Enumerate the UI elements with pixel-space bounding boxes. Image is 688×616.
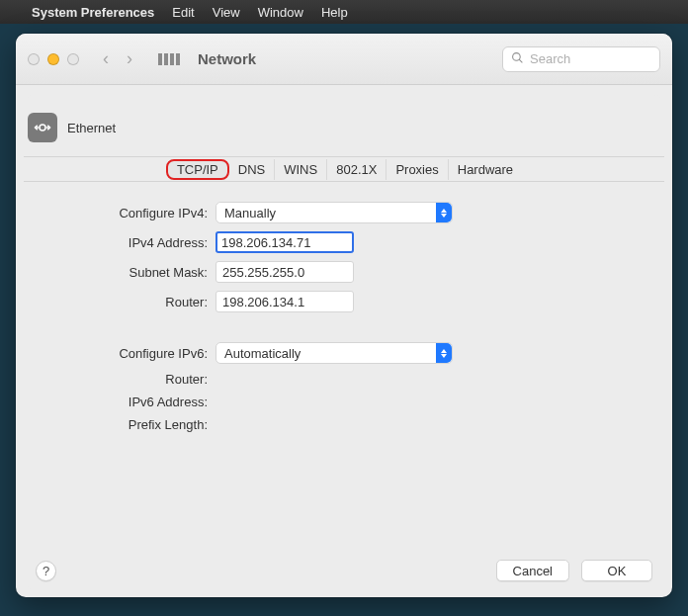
configure-ipv4-select[interactable]: Manually [215,202,453,223]
configure-ipv4-value: Manually [224,206,276,220]
traffic-lights [28,53,85,65]
configure-ipv4-label: Configure IPv4: [59,206,208,220]
menu-edit[interactable]: Edit [172,5,194,20]
sheet-title: Ethernet [67,121,116,135]
router-ipv4-field[interactable] [215,291,354,312]
tab-bar: TCP/IP DNS WINS 802.1X Proxies Hardware [24,156,664,182]
search-input[interactable] [530,51,651,66]
window-title: Network [198,50,256,67]
svg-point-2 [40,125,45,131]
menubar: System Preferences Edit View Window Help [0,0,688,24]
configure-ipv6-select[interactable]: Automatically [215,342,453,364]
search-field[interactable] [502,46,660,72]
help-button[interactable]: ? [36,561,56,581]
svg-point-0 [513,52,521,60]
tcpip-panel: Configure IPv4: Manually IPv4 Address: S… [24,196,664,446]
app-menu[interactable]: System Preferences [32,5,154,20]
ipv4-address-field[interactable] [215,231,354,253]
tab-wins[interactable]: WINS [275,159,327,180]
menu-window[interactable]: Window [258,5,303,20]
menu-view[interactable]: View [213,5,240,20]
menu-help[interactable]: Help [321,5,348,20]
svg-line-1 [519,59,522,62]
ipv6-address-label: IPv6 Address: [59,395,208,409]
preferences-window: ‹ › Network Ethernet TCP/IP DNS [16,34,672,597]
tab-proxies[interactable]: Proxies [387,159,448,180]
cancel-button[interactable]: Cancel [496,560,569,581]
nav-buttons: ‹ › [95,48,140,69]
close-window-button[interactable] [28,53,40,65]
router-ipv6-label: Router: [59,372,208,387]
ipv4-address-label: IPv4 Address: [59,235,208,250]
forward-button[interactable]: › [127,48,132,69]
prefix-length-label: Prefix Length: [59,417,208,432]
back-button[interactable]: ‹ [103,48,109,69]
tab-hardware[interactable]: Hardware [449,159,522,180]
ethernet-icon [28,113,57,142]
configure-ipv6-label: Configure IPv6: [59,346,208,361]
minimize-window-button[interactable] [47,53,59,65]
tab-tcpip[interactable]: TCP/IP [166,159,229,180]
window-toolbar: ‹ › Network [16,34,672,85]
chevron-updown-icon [436,203,452,222]
tab-dns[interactable]: DNS [229,159,275,180]
zoom-window-button[interactable] [67,53,79,65]
show-all-icon[interactable] [150,53,188,65]
tab-8021x[interactable]: 802.1X [327,159,387,180]
ok-button[interactable]: OK [581,560,652,581]
search-icon [511,51,524,67]
ethernet-sheet: Ethernet TCP/IP DNS WINS 802.1X Proxies … [24,95,664,589]
subnet-mask-field[interactable] [215,261,354,283]
sheet-footer: ? Cancel OK [24,560,664,581]
router-ipv4-label: Router: [59,295,208,309]
chevron-updown-icon [436,343,452,363]
configure-ipv6-value: Automatically [224,346,301,361]
subnet-mask-label: Subnet Mask: [59,265,208,280]
